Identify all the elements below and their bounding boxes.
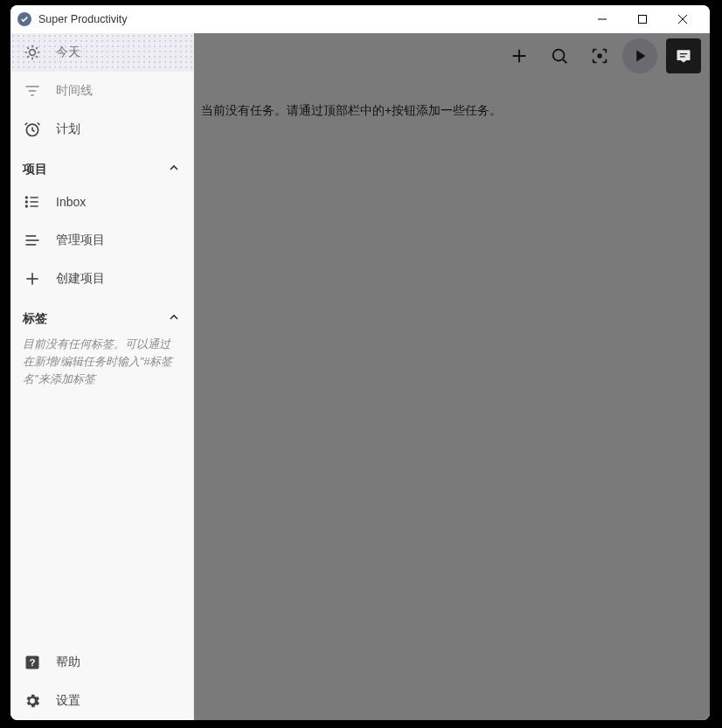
- filter-icon: [23, 82, 42, 100]
- help-icon: ?: [23, 654, 42, 671]
- section-title: 标签: [23, 311, 47, 327]
- plus-icon: [23, 270, 42, 288]
- main-content: 当前没有任务。请通过顶部栏中的+按钮添加一些任务。: [194, 33, 710, 720]
- svg-rect-1: [639, 16, 647, 24]
- nav-timeline[interactable]: 时间线: [10, 72, 193, 110]
- nav-label: 设置: [56, 693, 80, 709]
- search-button[interactable]: [542, 38, 577, 73]
- svg-point-34: [553, 50, 565, 61]
- notes-button[interactable]: [666, 38, 701, 73]
- tags-section-header[interactable]: 标签: [10, 298, 193, 332]
- app-window: Super Productivity: [10, 5, 710, 720]
- sidebar: 今天 时间线 计划: [10, 33, 194, 720]
- close-button[interactable]: [663, 6, 703, 32]
- nav-label: Inbox: [56, 195, 86, 209]
- svg-point-23: [26, 205, 28, 207]
- svg-text:?: ?: [29, 656, 35, 668]
- gear-icon: [23, 692, 42, 710]
- svg-line-35: [563, 59, 566, 63]
- nav-label: 时间线: [56, 83, 93, 99]
- menu-lines-icon: [23, 232, 42, 249]
- minimize-button[interactable]: [582, 6, 622, 32]
- focus-button[interactable]: [582, 38, 617, 73]
- sun-icon: [23, 44, 42, 61]
- alarm-icon: [23, 121, 42, 138]
- svg-point-4: [30, 50, 36, 56]
- chevron-up-icon: [167, 310, 181, 327]
- svg-line-18: [38, 123, 40, 126]
- chevron-up-icon: [167, 161, 181, 177]
- toolbar: [194, 33, 710, 79]
- maximize-button[interactable]: [622, 6, 663, 32]
- nav-today[interactable]: 今天: [10, 33, 193, 72]
- nav-label: 今天: [56, 45, 80, 60]
- svg-line-11: [27, 56, 29, 58]
- svg-line-12: [36, 47, 38, 49]
- window-title: Super Productivity: [38, 13, 127, 25]
- tags-empty-message: 目前没有任何标签。可以通过在新增/编辑任务时输入"#标签名"来添加标签: [10, 332, 193, 397]
- empty-task-message: 当前没有任务。请通过顶部栏中的+按钮添加一些任务。: [194, 79, 710, 119]
- project-inbox[interactable]: Inbox: [10, 183, 193, 221]
- list-icon: [23, 193, 42, 211]
- nav-settings[interactable]: 设置: [10, 682, 193, 720]
- svg-point-21: [26, 201, 28, 203]
- project-create[interactable]: 创建项目: [10, 260, 193, 298]
- add-task-button[interactable]: [502, 38, 537, 73]
- section-title: 项目: [23, 162, 47, 177]
- svg-line-17: [25, 123, 28, 126]
- projects-section-header[interactable]: 项目: [10, 149, 193, 183]
- svg-line-9: [27, 47, 29, 49]
- svg-marker-37: [636, 51, 645, 62]
- play-button[interactable]: [622, 38, 657, 73]
- nav-scheduled[interactable]: 计划: [10, 110, 193, 149]
- app-icon: [17, 12, 31, 26]
- nav-label: 帮助: [56, 655, 80, 670]
- nav-label: 管理项目: [56, 232, 105, 248]
- svg-line-10: [36, 56, 38, 58]
- nav-label: 计划: [56, 121, 80, 137]
- svg-point-36: [598, 54, 601, 58]
- nav-label: 创建项目: [56, 271, 105, 287]
- svg-point-19: [26, 197, 28, 198]
- project-manage[interactable]: 管理项目: [10, 221, 193, 260]
- nav-help[interactable]: ? 帮助: [10, 643, 193, 682]
- titlebar: Super Productivity: [10, 5, 710, 33]
